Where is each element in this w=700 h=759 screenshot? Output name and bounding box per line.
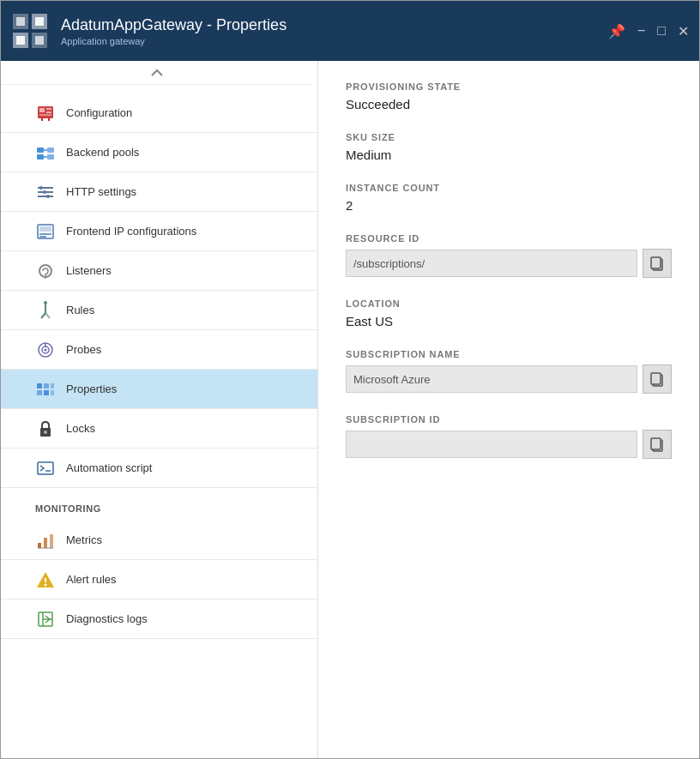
- subscription-id-field: SUBSCRIPTION ID: [346, 414, 672, 459]
- sidebar: SETTINGS Configuration Backend pools: [1, 61, 318, 758]
- svg-point-31: [44, 301, 47, 304]
- location-value: East US: [346, 314, 672, 328]
- provisioning-state-label: PROVISIONING STATE: [346, 81, 672, 92]
- svg-rect-14: [37, 154, 44, 160]
- sidebar-item-configuration[interactable]: Configuration: [1, 93, 317, 133]
- subscription-id-label: SUBSCRIPTION ID: [346, 414, 672, 425]
- svg-rect-47: [44, 538, 47, 548]
- provisioning-state-value: Succeeded: [346, 97, 672, 111]
- svg-rect-16: [47, 154, 54, 160]
- svg-rect-12: [39, 114, 51, 116]
- svg-rect-13: [37, 148, 44, 153]
- sidebar-item-metrics[interactable]: Metrics: [1, 521, 317, 560]
- subscription-id-copy-button[interactable]: [643, 430, 672, 459]
- svg-rect-36: [37, 383, 42, 389]
- svg-rect-46: [38, 543, 41, 548]
- main-content: PROVISIONING STATE Succeeded SKU SIZE Me…: [318, 61, 699, 758]
- sidebar-label-backend-pools: Backend pools: [66, 146, 139, 159]
- diagnostics-icon: [35, 609, 56, 629]
- svg-rect-9: [39, 108, 45, 112]
- sidebar-label-diagnostics-logs: Diagnostics logs: [66, 612, 148, 625]
- svg-rect-57: [651, 257, 661, 268]
- sidebar-label-listeners: Listeners: [66, 264, 112, 277]
- resource-id-field: RESOURCE ID: [346, 233, 672, 278]
- scroll-up-indicator[interactable]: [1, 61, 312, 85]
- sidebar-label-configuration: Configuration: [66, 106, 132, 119]
- svg-point-23: [43, 190, 46, 194]
- sidebar-label-frontend-ip: Frontend IP configurations: [66, 225, 196, 238]
- svg-rect-39: [44, 390, 49, 395]
- sidebar-item-frontend-ip[interactable]: Frontend IP configurations: [1, 212, 317, 251]
- svg-point-22: [39, 186, 43, 190]
- svg-rect-41: [51, 390, 54, 395]
- svg-rect-6: [16, 36, 25, 45]
- svg-point-24: [46, 195, 50, 198]
- monitoring-section-header: MONITORING: [1, 488, 317, 521]
- svg-rect-40: [51, 383, 54, 389]
- svg-rect-10: [46, 108, 51, 110]
- window-title: AdatumAppGateway - Properties: [61, 16, 608, 34]
- sidebar-item-listeners[interactable]: Listeners: [1, 251, 317, 291]
- backend-pools-icon: [35, 142, 56, 163]
- close-icon[interactable]: ✕: [678, 23, 689, 39]
- subscription-name-input[interactable]: [346, 365, 637, 393]
- probes-icon: [35, 340, 56, 360]
- svg-rect-4: [16, 17, 25, 26]
- subscription-name-input-row: [346, 364, 672, 394]
- frontend-ip-icon: [35, 221, 56, 242]
- resource-id-copy-button[interactable]: [643, 249, 672, 278]
- title-text: AdatumAppGateway - Properties Applicatio…: [61, 16, 608, 46]
- rules-icon: [35, 300, 56, 321]
- maximize-icon[interactable]: □: [657, 23, 666, 39]
- app-logo: [11, 12, 49, 50]
- content-area: SETTINGS Configuration Backend pools: [1, 61, 699, 758]
- svg-rect-59: [651, 373, 661, 384]
- properties-icon: [35, 379, 56, 400]
- svg-point-34: [45, 348, 47, 351]
- sidebar-item-diagnostics-logs[interactable]: Diagnostics logs: [1, 599, 317, 639]
- svg-point-43: [44, 431, 47, 434]
- sidebar-item-properties[interactable]: Properties: [1, 370, 317, 409]
- alert-rules-icon: [35, 569, 56, 590]
- location-field: LOCATION East US: [346, 298, 672, 328]
- automation-icon: [35, 458, 56, 479]
- sidebar-label-metrics: Metrics: [66, 533, 102, 546]
- resource-id-input-row: [346, 249, 672, 278]
- sidebar-item-backend-pools[interactable]: Backend pools: [1, 133, 317, 172]
- sidebar-item-rules[interactable]: Rules: [1, 291, 317, 330]
- svg-rect-44: [38, 462, 53, 474]
- sidebar-scroll[interactable]: SETTINGS Configuration Backend pools: [1, 61, 317, 758]
- sidebar-label-automation-script: Automation script: [66, 461, 152, 474]
- sidebar-item-probes[interactable]: Probes: [1, 330, 317, 370]
- sku-size-field: SKU SIZE Medium: [346, 132, 672, 162]
- resource-id-input[interactable]: [346, 250, 637, 277]
- subscription-id-input-row: [346, 430, 672, 459]
- sidebar-item-automation-script[interactable]: Automation script: [1, 449, 317, 488]
- sidebar-item-http-settings[interactable]: HTTP settings: [1, 172, 317, 212]
- instance-count-value: 2: [346, 198, 672, 213]
- svg-rect-5: [35, 17, 44, 26]
- svg-rect-15: [47, 148, 54, 153]
- location-label: LOCATION: [346, 298, 672, 309]
- sidebar-item-locks[interactable]: Locks: [1, 409, 317, 449]
- minimize-icon[interactable]: −: [637, 23, 645, 39]
- listeners-icon: [35, 261, 56, 281]
- sidebar-label-alert-rules: Alert rules: [66, 573, 117, 586]
- svg-point-52: [45, 583, 47, 586]
- sku-size-value: Medium: [346, 148, 672, 162]
- window-subtitle: Application gateway: [61, 36, 608, 46]
- sidebar-label-locks: Locks: [66, 422, 95, 435]
- svg-rect-26: [39, 226, 51, 232]
- subscription-name-copy-button[interactable]: [643, 364, 672, 394]
- sidebar-item-alert-rules[interactable]: Alert rules: [1, 560, 317, 599]
- configuration-icon: [35, 103, 56, 123]
- sidebar-label-properties: Properties: [66, 383, 117, 395]
- sku-size-label: SKU SIZE: [346, 132, 672, 142]
- pin-icon[interactable]: 📌: [608, 23, 625, 39]
- subscription-name-field: SUBSCRIPTION NAME: [346, 349, 672, 394]
- title-bar: AdatumAppGateway - Properties Applicatio…: [1, 1, 699, 61]
- instance-count-label: INSTANCE COUNT: [346, 183, 672, 193]
- resource-id-label: RESOURCE ID: [346, 233, 672, 244]
- subscription-id-input[interactable]: [346, 431, 637, 458]
- svg-rect-7: [35, 36, 44, 45]
